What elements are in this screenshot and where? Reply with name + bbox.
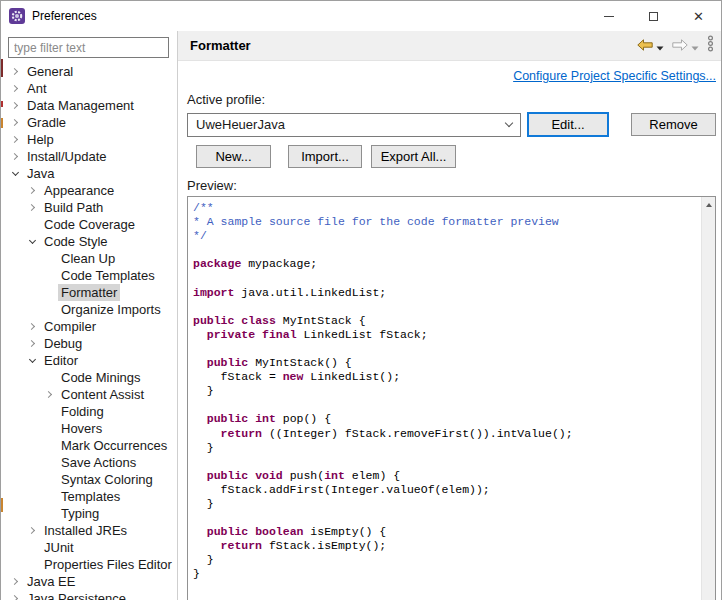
code-line: public void push(int elem) { — [193, 469, 695, 483]
code-line: return fStack.isEmpty(); — [193, 539, 695, 553]
background-artifact — [1, 59, 3, 77]
chevron-collapsed-icon[interactable] — [7, 148, 24, 165]
tree-item-java[interactable]: Java — [1, 165, 177, 182]
tree-item-label: Help — [24, 131, 57, 148]
tree-item-debug[interactable]: Debug — [1, 335, 177, 352]
active-profile-value: UweHeuerJava — [196, 117, 285, 132]
chevron-spacer — [41, 454, 58, 471]
chevron-collapsed-icon[interactable] — [7, 80, 24, 97]
configure-project-settings-link[interactable]: Configure Project Specific Settings... — [513, 69, 716, 83]
tree-item-hovers[interactable]: Hovers — [1, 420, 177, 437]
code-line: } — [193, 567, 695, 581]
tree-item-clean-up[interactable]: Clean Up — [1, 250, 177, 267]
tree-item-organize-imports[interactable]: Organize Imports — [1, 301, 177, 318]
tree-item-install-update[interactable]: Install/Update — [1, 148, 177, 165]
tree-item-label: Compiler — [41, 318, 99, 335]
tree-item-code-coverage[interactable]: Code Coverage — [1, 216, 177, 233]
chevron-expanded-icon[interactable] — [24, 233, 41, 250]
tree-item-label: Installed JREs — [41, 522, 130, 539]
code-line: /** — [193, 201, 695, 215]
chevron-spacer — [41, 250, 58, 267]
forward-arrow-icon[interactable] — [672, 37, 688, 55]
tree-item-code-templates[interactable]: Code Templates — [1, 267, 177, 284]
remove-button[interactable]: Remove — [631, 113, 716, 136]
code-line: fStack = new LinkedList(); — [193, 370, 695, 384]
chevron-spacer — [41, 301, 58, 318]
forward-history-chevron-icon[interactable] — [691, 37, 699, 55]
tree-item-label: Editor — [41, 352, 81, 369]
chevron-collapsed-icon[interactable] — [7, 63, 24, 80]
tree-item-syntax-coloring[interactable]: Syntax Coloring — [1, 471, 177, 488]
chevron-collapsed-icon[interactable] — [24, 318, 41, 335]
tree-item-ant[interactable]: Ant — [1, 80, 177, 97]
tree-item-content-assist[interactable]: Content Assist — [1, 386, 177, 403]
tree-item-properties-files-editor[interactable]: Properties Files Editor — [1, 556, 177, 573]
tree-item-label: Syntax Coloring — [58, 471, 156, 488]
back-arrow-icon[interactable] — [637, 37, 653, 55]
tree-item-label: Code Minings — [58, 369, 144, 386]
tree-item-appearance[interactable]: Appearance — [1, 182, 177, 199]
filter-input[interactable] — [8, 37, 169, 58]
tree-item-compiler[interactable]: Compiler — [1, 318, 177, 335]
active-profile-select[interactable]: UweHeuerJava — [187, 113, 521, 137]
tree-item-typing[interactable]: Typing — [1, 505, 177, 522]
tree-item-installed-jres[interactable]: Installed JREs — [1, 522, 177, 539]
export-all-button[interactable]: Export All... — [371, 145, 456, 168]
tree-item-gradle[interactable]: Gradle — [1, 114, 177, 131]
chevron-collapsed-icon[interactable] — [24, 182, 41, 199]
tree-item-help[interactable]: Help — [1, 131, 177, 148]
tree-item-label: Ant — [24, 80, 50, 97]
chevron-expanded-icon[interactable] — [24, 352, 41, 369]
preview-scrollbar[interactable] — [701, 197, 715, 600]
tree-item-formatter[interactable]: Formatter — [1, 284, 177, 301]
scroll-up-button[interactable] — [702, 197, 715, 212]
tree-item-build-path[interactable]: Build Path — [1, 199, 177, 216]
close-button[interactable]: ✕ — [676, 1, 721, 31]
tree-item-mark-occurrences[interactable]: Mark Occurrences — [1, 437, 177, 454]
tree-item-templates[interactable]: Templates — [1, 488, 177, 505]
chevron-spacer — [41, 267, 58, 284]
tree-item-save-actions[interactable]: Save Actions — [1, 454, 177, 471]
chevron-collapsed-icon[interactable] — [7, 573, 24, 590]
tree-item-editor[interactable]: Editor — [1, 352, 177, 369]
tree-item-java-ee[interactable]: Java EE — [1, 573, 177, 590]
chevron-collapsed-icon[interactable] — [24, 335, 41, 352]
code-line: } — [193, 553, 695, 567]
import-button[interactable]: Import... — [288, 145, 362, 168]
chevron-collapsed-icon[interactable] — [7, 114, 24, 131]
window-title: Preferences — [32, 9, 97, 23]
code-line — [193, 455, 695, 469]
tree-item-folding[interactable]: Folding — [1, 403, 177, 420]
chevron-collapsed-icon[interactable] — [7, 97, 24, 114]
view-menu-dots-icon[interactable] — [707, 35, 714, 56]
tree-item-label: Templates — [58, 488, 123, 505]
back-history-chevron-icon[interactable] — [656, 37, 664, 55]
tree-item-java-persistence[interactable]: Java Persistence — [1, 590, 177, 600]
maximize-button[interactable] — [631, 1, 676, 31]
titlebar: Preferences ✕ — [1, 1, 721, 31]
caption-buttons: ✕ — [586, 1, 721, 31]
chevron-collapsed-icon[interactable] — [24, 199, 41, 216]
code-line: public class MyIntStack { — [193, 314, 695, 328]
tree-item-label: Code Style — [41, 233, 111, 250]
minimize-button[interactable] — [586, 1, 631, 31]
formatter-content: Configure Project Specific Settings... A… — [178, 61, 721, 600]
background-artifact — [1, 118, 3, 128]
chevron-collapsed-icon[interactable] — [7, 590, 24, 600]
scroll-up-icon — [706, 203, 712, 207]
code-line: fStack.addFirst(Integer.valueOf(elem)); — [193, 483, 695, 497]
tree-item-data-management[interactable]: Data Management — [1, 97, 177, 114]
tree-item-code-minings[interactable]: Code Minings — [1, 369, 177, 386]
chevron-collapsed-icon[interactable] — [7, 131, 24, 148]
chevron-collapsed-icon[interactable] — [41, 386, 58, 403]
tree-item-general[interactable]: General — [1, 63, 177, 80]
tree-item-junit[interactable]: JUnit — [1, 539, 177, 556]
edit-button[interactable]: Edit... — [527, 112, 609, 137]
tree-item-code-style[interactable]: Code Style — [1, 233, 177, 250]
chevron-spacer — [24, 556, 41, 573]
code-line: public int pop() { — [193, 412, 695, 426]
chevron-collapsed-icon[interactable] — [24, 522, 41, 539]
chevron-expanded-icon[interactable] — [7, 165, 24, 182]
preview-pane[interactable]: /*** A sample source file for the code f… — [187, 196, 716, 600]
new-button[interactable]: New... — [196, 145, 271, 168]
